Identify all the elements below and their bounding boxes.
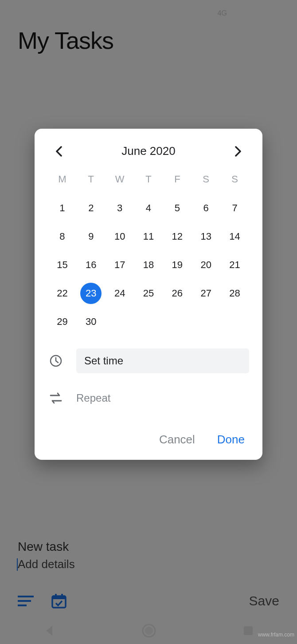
watermark: www.frfam.com xyxy=(258,632,294,638)
calendar-dow: F xyxy=(163,169,191,194)
calendar-dow: T xyxy=(134,169,163,194)
calendar-grid: MTWTFSS123456789101112131415161718192021… xyxy=(48,169,249,336)
repeat-row[interactable]: Repeat xyxy=(48,386,249,411)
calendar-day[interactable]: 17 xyxy=(106,251,134,279)
cancel-button[interactable]: Cancel xyxy=(159,433,195,446)
calendar-day[interactable]: 19 xyxy=(163,251,191,279)
done-button[interactable]: Done xyxy=(217,433,245,446)
calendar-day[interactable]: 9 xyxy=(77,222,106,251)
repeat-button[interactable]: Repeat xyxy=(76,386,110,411)
calendar-day[interactable]: 27 xyxy=(191,279,220,308)
calendar-day[interactable]: 28 xyxy=(220,279,249,308)
calendar-day[interactable]: 30 xyxy=(77,308,106,336)
calendar-day[interactable]: 11 xyxy=(134,222,163,251)
calendar-day[interactable]: 20 xyxy=(191,251,220,279)
calendar-dow: S xyxy=(220,169,249,194)
clock-icon xyxy=(48,354,64,367)
calendar-day[interactable]: 24 xyxy=(106,279,134,308)
repeat-icon xyxy=(48,392,64,404)
calendar-dow: W xyxy=(106,169,134,194)
calendar-day[interactable]: 2 xyxy=(77,194,106,222)
set-time-row[interactable]: Set time xyxy=(48,348,249,373)
calendar-day[interactable]: 1 xyxy=(48,194,77,222)
set-time-button[interactable]: Set time xyxy=(76,348,249,373)
date-picker-modal: June 2020 MTWTFSS12345678910111213141516… xyxy=(35,129,262,460)
calendar-day[interactable]: 3 xyxy=(106,194,134,222)
calendar-day[interactable]: 4 xyxy=(134,194,163,222)
calendar-day[interactable]: 14 xyxy=(220,222,249,251)
calendar-day[interactable]: 21 xyxy=(220,251,249,279)
calendar-month-label: June 2020 xyxy=(121,144,175,158)
prev-month-button[interactable] xyxy=(52,145,66,158)
calendar-day[interactable]: 15 xyxy=(48,251,77,279)
calendar-dow: T xyxy=(77,169,106,194)
calendar-day[interactable]: 16 xyxy=(77,251,106,279)
calendar-day[interactable]: 10 xyxy=(106,222,134,251)
calendar-dow: S xyxy=(191,169,220,194)
calendar-day[interactable]: 22 xyxy=(48,279,77,308)
calendar-day[interactable]: 8 xyxy=(48,222,77,251)
calendar-day[interactable]: 18 xyxy=(134,251,163,279)
calendar-day[interactable]: 6 xyxy=(191,194,220,222)
calendar-dow: M xyxy=(48,169,77,194)
calendar-day[interactable]: 26 xyxy=(163,279,191,308)
next-month-button[interactable] xyxy=(231,145,245,158)
calendar-day[interactable]: 13 xyxy=(191,222,220,251)
calendar-day[interactable]: 25 xyxy=(134,279,163,308)
calendar-day[interactable]: 23 xyxy=(77,279,106,308)
calendar-day[interactable]: 29 xyxy=(48,308,77,336)
calendar-day[interactable]: 12 xyxy=(163,222,191,251)
calendar-day[interactable]: 5 xyxy=(163,194,191,222)
calendar-day[interactable]: 7 xyxy=(220,194,249,222)
